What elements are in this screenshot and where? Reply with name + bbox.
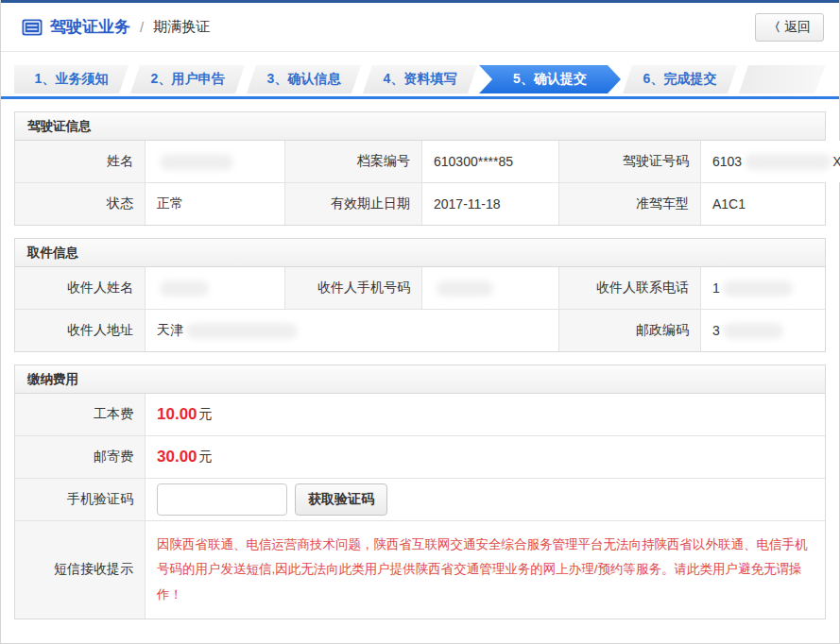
step-3-confirm-info[interactable]: 3、确认信息	[247, 65, 361, 93]
table-row: 短信接收提示 因陕西省联通、电信运营商技术问题，陕西省互联网交通安全综合服务管理…	[15, 520, 825, 619]
recipient-address-value: 天津	[146, 310, 559, 351]
fees-section: 缴纳费用 工本费 10.00 元 邮寄费 30.00 元 手机验证码 获取验证码…	[14, 364, 826, 619]
back-button[interactable]: 〈 返回	[755, 13, 824, 42]
step-nav: 1、业务须知 2、用户申告 3、确认信息 4、资料填写 5、确认提交 6、完成提…	[14, 65, 826, 93]
postage-fee-value: 30.00 元	[146, 436, 825, 478]
step-1-notice[interactable]: 1、业务须知	[14, 65, 129, 93]
recipient-name-value	[146, 267, 285, 309]
page-header: 驾驶证业务 / 期满换证 〈 返回	[1, 3, 839, 52]
production-fee-unit: 元	[199, 406, 213, 423]
license-menu-icon	[22, 19, 43, 36]
archive-no-label: 档案编号	[285, 141, 422, 182]
postcode-label: 邮政编码	[559, 310, 701, 351]
sms-notice-label: 短信接收提示	[15, 521, 146, 619]
recipient-mobile-label: 收件人手机号码	[285, 267, 422, 309]
name-label: 姓名	[15, 141, 146, 182]
vehicle-class-value: A1C1	[701, 183, 825, 225]
license-no-label: 驾驶证号码	[559, 141, 701, 182]
fees-section-title: 缴纳费用	[15, 365, 825, 394]
step-nav-underline	[1, 96, 839, 99]
table-row: 手机验证码 获取验证码	[15, 478, 825, 520]
table-row: 邮寄费 30.00 元	[15, 435, 825, 478]
table-row: 收件人地址 天津 邮政编码 3	[15, 309, 825, 351]
back-button-label: 返回	[784, 19, 811, 36]
production-fee-label: 工本费	[15, 394, 146, 435]
step-6-complete[interactable]: 6、完成提交	[623, 65, 737, 93]
pickup-section-title: 取件信息	[15, 239, 825, 267]
table-row: 状态 正常 有效期止日期 2017-11-18 准驾车型 A1C1	[15, 182, 825, 225]
expiry-label: 有效期止日期	[285, 183, 422, 225]
expiry-value: 2017-11-18	[422, 183, 559, 225]
license-no-value: 6103X	[701, 141, 840, 182]
sms-code-label: 手机验证码	[15, 479, 146, 520]
page: 驾驶证业务 / 期满换证 〈 返回 1、业务须知 2、用户申告 3、确认信息 4…	[0, 0, 840, 644]
sms-code-input[interactable]	[157, 483, 287, 516]
postcode-value: 3	[701, 310, 825, 351]
pickup-info-section: 取件信息 收件人姓名 收件人手机号码 收件人联系电话 1 收件人地址 天津 邮政…	[14, 238, 826, 352]
breadcrumb: 驾驶证业务 / 期满换证	[22, 16, 210, 38]
name-value	[146, 141, 285, 182]
get-sms-code-button[interactable]: 获取验证码	[295, 483, 387, 516]
sms-notice-cell: 因陕西省联通、电信运营商技术问题，陕西省互联网交通安全综合服务管理平台无法向持陕…	[146, 521, 825, 619]
table-row: 收件人姓名 收件人手机号码 收件人联系电话 1	[15, 267, 825, 309]
license-info-section: 驾驶证信息 姓名 档案编号 610300****85 驾驶证号码 6103X 状…	[14, 111, 826, 226]
status-value: 正常	[146, 183, 285, 225]
status-label: 状态	[15, 183, 146, 225]
recipient-phone-label: 收件人联系电话	[559, 267, 701, 309]
step-nav-filler	[739, 65, 826, 93]
vehicle-class-label: 准驾车型	[559, 183, 701, 225]
postage-fee-unit: 元	[199, 449, 213, 466]
production-fee-amount: 10.00	[157, 405, 197, 424]
recipient-phone-value: 1	[701, 267, 825, 309]
table-row: 工本费 10.00 元	[15, 394, 825, 435]
table-row: 姓名 档案编号 610300****85 驾驶证号码 6103X	[15, 141, 825, 182]
sms-code-cell: 获取验证码	[146, 479, 825, 520]
postage-fee-label: 邮寄费	[15, 436, 146, 478]
step-5-confirm-submit[interactable]: 5、确认提交	[479, 65, 621, 93]
step-4-fill-data[interactable]: 4、资料填写	[363, 65, 477, 93]
sms-notice-text: 因陕西省联通、电信运营商技术问题，陕西省互联网交通安全综合服务管理平台无法向持陕…	[157, 533, 814, 607]
recipient-name-label: 收件人姓名	[15, 267, 146, 309]
production-fee-value: 10.00 元	[146, 394, 825, 435]
breadcrumb-separator: /	[140, 19, 144, 35]
page-title: 驾驶证业务	[50, 16, 130, 38]
back-chevron-icon: 〈	[768, 19, 780, 36]
postage-fee-amount: 30.00	[157, 448, 197, 466]
license-section-title: 驾驶证信息	[15, 112, 825, 141]
archive-no-value: 610300****85	[422, 141, 559, 182]
step-2-declaration[interactable]: 2、用户申告	[130, 65, 245, 93]
recipient-mobile-value	[422, 267, 559, 309]
recipient-address-label: 收件人地址	[15, 310, 146, 351]
breadcrumb-current: 期满换证	[153, 18, 210, 36]
